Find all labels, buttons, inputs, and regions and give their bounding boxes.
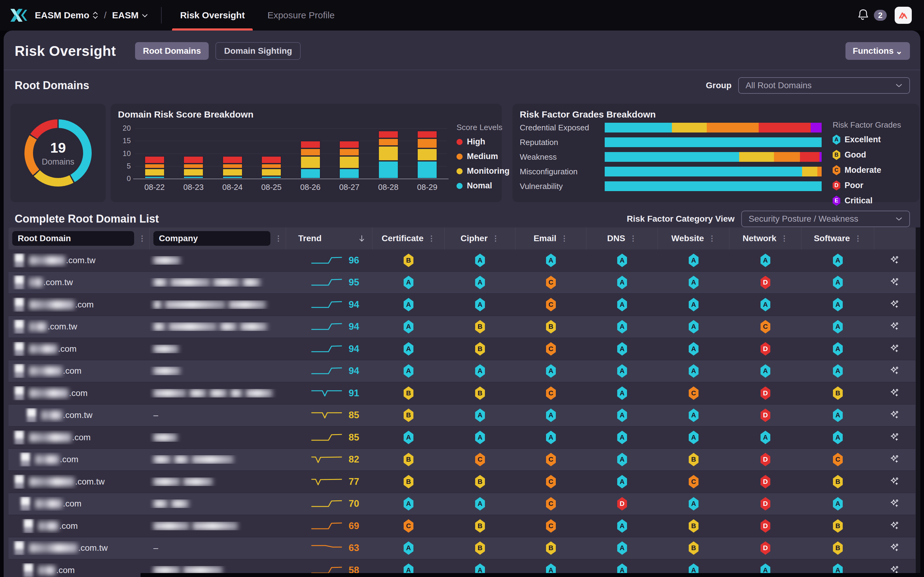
column-header-dns[interactable]: DNS⋮ (586, 227, 658, 250)
column-menu-icon[interactable]: ⋮ (428, 235, 435, 242)
column-menu-icon[interactable]: ⋮ (561, 235, 568, 242)
grade-badge-C: C (833, 165, 840, 175)
favicon (15, 253, 24, 268)
column-header-actions (874, 227, 916, 250)
grade-cell-network: D (729, 475, 801, 488)
column-menu-icon[interactable]: ⋮ (630, 235, 637, 242)
column-menu-icon[interactable]: ⋮ (275, 235, 282, 242)
grade-cell-software: A (801, 298, 874, 311)
table-row[interactable]: .com.tw–85BAAAADA (8, 405, 916, 427)
grade-cell-certificate: A (373, 431, 444, 444)
table-row[interactable]: .com85AAAAAAA (8, 427, 916, 449)
favicon (24, 563, 33, 577)
table-row[interactable]: .com91BBCACDB (8, 382, 916, 405)
ai-insight-button[interactable] (874, 498, 916, 509)
tab-risk-oversight[interactable]: Risk Oversight (176, 0, 249, 31)
table-row[interactable]: .com82BCCABDC (8, 449, 916, 471)
column-header-email[interactable]: Email⋮ (515, 227, 586, 250)
grade-badge-A: A (404, 320, 414, 334)
category-view-select[interactable]: Security Posture / Weakness (741, 211, 910, 227)
column-header-website[interactable]: Website⋮ (658, 227, 729, 250)
chevron-down-icon (895, 83, 903, 88)
grade-cell-website: A (658, 298, 729, 311)
root-domain-table: Root Domain ⋮ Company ⋮ Trend Certificat… (8, 227, 916, 577)
redacted-domain-name (29, 300, 74, 309)
ai-insight-button[interactable] (874, 521, 916, 532)
column-menu-icon[interactable]: ⋮ (855, 235, 862, 242)
ai-insight-button[interactable] (874, 388, 916, 399)
bar-segment-Medium (261, 164, 281, 169)
table-row[interactable]: .com.tw96BAAAAAA (8, 250, 916, 272)
ai-insight-button[interactable] (874, 299, 916, 310)
grade-cell-dns: A (586, 254, 658, 267)
ai-insight-button[interactable] (874, 366, 916, 376)
functions-button[interactable]: Functions ⌄ (845, 42, 910, 60)
column-header-trend[interactable]: Trend (286, 227, 373, 250)
tab-exposure-profile[interactable]: Exposure Profile (263, 0, 339, 31)
y-axis-tick: 10 (115, 149, 131, 158)
table-row[interactable]: .com69CBCABDB (8, 515, 916, 537)
table-row[interactable]: .com.tw94ABBAACA (8, 316, 916, 338)
bar-segment-Monitoring (300, 156, 320, 169)
column-menu-icon[interactable]: ⋮ (139, 235, 146, 242)
ai-insight-button[interactable] (874, 321, 916, 332)
group-select[interactable]: All Root Domains (738, 77, 910, 94)
trend-cell: 63 (286, 543, 373, 553)
column-menu-icon[interactable]: ⋮ (492, 235, 499, 242)
domain-sighting-view-button[interactable]: Domain Sighting (215, 42, 300, 60)
avatar[interactable] (895, 7, 912, 24)
table-row[interactable]: .com.tw–63ABBABDB (8, 537, 916, 559)
grade-badge-A: A (689, 497, 698, 511)
ai-insight-button[interactable] (874, 432, 916, 443)
table-row[interactable]: .com.tw77BBCACDB (8, 471, 916, 493)
ai-insight-button[interactable] (874, 476, 916, 487)
company-cell (150, 345, 286, 353)
redacted-company-name (213, 278, 239, 287)
ai-insight-button[interactable] (874, 343, 916, 355)
redacted-domain-name (36, 499, 62, 508)
ai-insight-button[interactable] (874, 277, 916, 288)
root-domain-filter-input[interactable]: Root Domain (12, 231, 134, 246)
table-row[interactable]: .com.tw95AACAADA (8, 272, 916, 294)
ai-insight-button[interactable] (874, 454, 916, 465)
table-row[interactable]: .com94ABCAADA (8, 338, 916, 360)
table-row[interactable]: .com70AACDADA (8, 493, 916, 515)
sparkles-icon (890, 321, 900, 332)
table-row[interactable]: .com94AACAAAA (8, 294, 916, 316)
grade-cell-network: A (729, 298, 801, 311)
project-switcher[interactable]: EASM (112, 10, 149, 21)
bell-icon[interactable] (856, 8, 870, 23)
ai-insight-button[interactable] (874, 543, 916, 553)
legend-item-Good: BGood (833, 150, 901, 160)
legend-dot-icon (457, 139, 463, 145)
sparkles-icon (890, 343, 900, 355)
y-axis-tick: 0 (115, 174, 131, 183)
root-domains-view-button[interactable]: Root Domains (135, 42, 209, 60)
redacted-company-name (192, 455, 233, 464)
favicon (24, 519, 33, 533)
company-filter-input[interactable]: Company (153, 231, 270, 246)
grade-cell-email: C (515, 453, 586, 466)
column-header-cipher[interactable]: Cipher⋮ (444, 227, 515, 250)
table-row[interactable]: .com94AAAAAAA (8, 360, 916, 382)
grade-cell-cipher: B (444, 475, 515, 488)
workspace-switcher[interactable]: EASM Demo (35, 10, 99, 21)
ai-insight-button[interactable] (874, 410, 916, 421)
domain-suffix: .com.tw (75, 477, 105, 487)
sparkles-icon (890, 521, 900, 532)
grade-cell-certificate: A (373, 320, 444, 334)
grade-badge-C: C (475, 453, 485, 466)
column-header-software[interactable]: Software⋮ (801, 227, 874, 250)
redacted-company-name (153, 367, 180, 375)
notification-count-badge[interactable]: 2 (874, 10, 887, 21)
column-header-certificate[interactable]: Certificate⋮ (373, 227, 444, 250)
favicon (15, 386, 24, 400)
scrollbar-track[interactable] (916, 227, 920, 577)
column-header-network[interactable]: Network⋮ (729, 227, 801, 250)
app-logo-icon[interactable] (8, 8, 27, 22)
column-menu-icon[interactable]: ⋮ (781, 235, 788, 242)
column-menu-icon[interactable]: ⋮ (708, 235, 716, 242)
grade-cell-certificate: A (373, 342, 444, 356)
grade-cell-website: B (658, 519, 729, 533)
ai-insight-button[interactable] (874, 255, 916, 266)
